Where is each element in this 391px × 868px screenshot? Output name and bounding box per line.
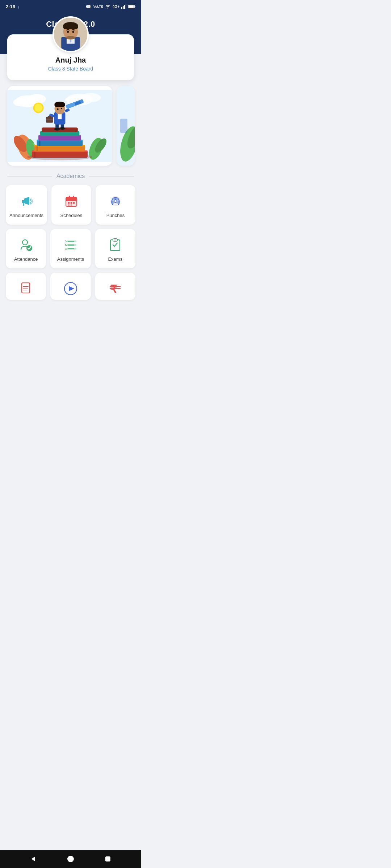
svg-point-20 bbox=[70, 34, 72, 35]
svg-point-88 bbox=[22, 240, 28, 245]
svg-rect-74 bbox=[23, 203, 24, 206]
download-icon: ↓ bbox=[17, 4, 20, 9]
punches-label: Punches bbox=[106, 213, 125, 218]
svg-point-81 bbox=[68, 202, 70, 204]
time-display: 2:16 bbox=[6, 4, 15, 9]
svg-point-83 bbox=[73, 202, 75, 204]
menu-item-schedules[interactable]: Schedules bbox=[51, 185, 91, 225]
svg-rect-17 bbox=[63, 24, 78, 29]
menu-item-videos[interactable] bbox=[50, 273, 91, 300]
svg-rect-73 bbox=[120, 119, 127, 133]
svg-point-85 bbox=[70, 204, 72, 206]
svg-rect-95 bbox=[68, 244, 74, 246]
avatar-image bbox=[54, 18, 87, 51]
svg-rect-0 bbox=[87, 5, 90, 8]
svg-marker-108 bbox=[69, 286, 74, 291]
svg-rect-4 bbox=[123, 6, 124, 9]
assignments-label: Assignments bbox=[57, 256, 84, 262]
svg-point-24 bbox=[28, 94, 46, 104]
schedules-icon bbox=[63, 193, 79, 209]
banner-wrapper bbox=[0, 80, 141, 171]
menu-item-notes[interactable] bbox=[6, 273, 46, 300]
menu-grid-partial: ₹ bbox=[0, 273, 141, 300]
avatar-wrapper bbox=[52, 16, 89, 52]
menu-item-exams[interactable]: Exams bbox=[95, 229, 135, 268]
menu-grid-row1: Announcements Schedules bbox=[0, 185, 141, 225]
battery-icon bbox=[128, 4, 135, 9]
svg-point-84 bbox=[68, 204, 70, 206]
svg-rect-92 bbox=[68, 241, 74, 242]
svg-point-19 bbox=[72, 30, 75, 33]
svg-rect-98 bbox=[68, 248, 74, 249]
banner-illustration bbox=[7, 86, 112, 166]
svg-rect-79 bbox=[69, 196, 70, 199]
profile-card: Anuj Jha Class 8 State Board bbox=[7, 34, 134, 80]
svg-rect-78 bbox=[66, 200, 77, 201]
notes-icon bbox=[18, 281, 34, 297]
section-title-academics: Academics bbox=[56, 173, 85, 179]
section-line-left bbox=[7, 176, 52, 176]
section-title-row: Academics bbox=[0, 171, 141, 185]
svg-rect-2 bbox=[91, 5, 91, 8]
status-bar: 2:16 ↓ VoLTE 4G+ bbox=[0, 0, 141, 13]
svg-rect-42 bbox=[37, 146, 38, 151]
announcements-icon bbox=[18, 193, 34, 209]
svg-point-30 bbox=[34, 104, 42, 112]
svg-point-21 bbox=[65, 36, 76, 39]
svg-rect-58 bbox=[48, 116, 51, 118]
signal-icon bbox=[121, 4, 126, 9]
svg-rect-8 bbox=[129, 5, 134, 8]
status-left: 2:16 ↓ bbox=[6, 4, 20, 9]
exams-icon bbox=[107, 237, 123, 253]
wifi-icon bbox=[105, 4, 111, 9]
svg-rect-80 bbox=[73, 196, 74, 199]
profile-card-wrapper: Anuj Jha Class 8 State Board bbox=[0, 34, 141, 80]
svg-point-52 bbox=[54, 128, 60, 130]
menu-item-fees[interactable]: ₹ bbox=[95, 273, 135, 300]
assignments-icon bbox=[63, 237, 79, 253]
svg-point-25 bbox=[13, 98, 28, 106]
banner-card-main[interactable] bbox=[7, 86, 112, 166]
profile-class: Class 8 State Board bbox=[14, 66, 127, 72]
schedules-label: Schedules bbox=[60, 213, 83, 218]
svg-rect-3 bbox=[121, 7, 122, 9]
svg-point-67 bbox=[57, 109, 59, 110]
menu-item-punches[interactable]: Punches bbox=[96, 185, 135, 225]
svg-point-68 bbox=[61, 108, 62, 109]
vibrate-icon bbox=[86, 4, 92, 9]
svg-rect-9 bbox=[135, 6, 135, 7]
network-icon: 4G+ bbox=[113, 5, 119, 9]
announcements-label: Announcements bbox=[9, 213, 43, 218]
status-right: VoLTE 4G+ bbox=[86, 4, 135, 9]
menu-grid-row2: Attendance Assignm bbox=[0, 229, 141, 268]
svg-rect-39 bbox=[34, 152, 35, 158]
svg-text:₹: ₹ bbox=[110, 283, 117, 295]
svg-rect-69 bbox=[60, 110, 60, 112]
fees-icon: ₹ bbox=[107, 281, 123, 297]
attendance-icon bbox=[18, 237, 34, 253]
svg-rect-103 bbox=[22, 283, 30, 293]
volte-icon: VoLTE bbox=[93, 5, 103, 8]
punches-icon bbox=[108, 193, 123, 209]
svg-rect-5 bbox=[124, 5, 125, 9]
profile-name: Anuj Jha bbox=[14, 56, 127, 64]
banner-small-illustration bbox=[117, 86, 135, 166]
svg-rect-45 bbox=[39, 141, 41, 146]
menu-item-assignments[interactable]: Assignments bbox=[50, 229, 91, 268]
avatar bbox=[52, 16, 89, 52]
exams-label: Exams bbox=[108, 256, 122, 262]
menu-item-announcements[interactable]: Announcements bbox=[6, 185, 47, 225]
svg-point-82 bbox=[70, 202, 72, 204]
attendance-label: Attendance bbox=[14, 256, 38, 262]
svg-point-27 bbox=[81, 93, 101, 102]
menu-item-attendance[interactable]: Attendance bbox=[6, 229, 46, 268]
svg-rect-66 bbox=[55, 103, 65, 107]
svg-rect-6 bbox=[126, 4, 126, 9]
svg-rect-1 bbox=[86, 5, 87, 8]
svg-rect-59 bbox=[46, 119, 53, 120]
svg-point-53 bbox=[59, 127, 65, 130]
svg-rect-102 bbox=[114, 239, 117, 241]
svg-point-18 bbox=[67, 30, 69, 33]
banner-card-secondary[interactable] bbox=[117, 86, 135, 166]
section-line-right bbox=[89, 176, 134, 176]
